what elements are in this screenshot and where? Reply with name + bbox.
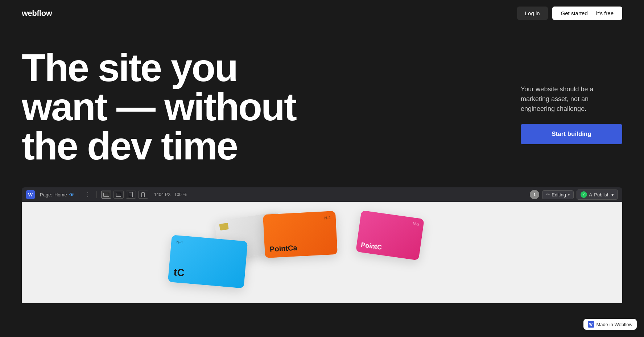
- page-label: Page:: [40, 192, 52, 197]
- toolbar-divider-1: [79, 191, 79, 198]
- navbar: webflow Log in Get started — it's free: [0, 0, 644, 26]
- toolbar-right-group: 1 ✏ Editing ▾ ✓ A Publish ▾: [530, 190, 618, 200]
- made-in-webflow-logo-icon: W: [588, 321, 594, 328]
- page-name: Home: [54, 192, 67, 197]
- toolbar-page-info: Page: Home 👁: [40, 192, 74, 197]
- toolbar-more-icon[interactable]: ⋮: [85, 191, 91, 198]
- headline-line2: want — without: [22, 85, 296, 129]
- canvas-dimensions: 1404 PX 100 %: [154, 192, 187, 197]
- orange-card-badge: N-2: [268, 216, 331, 223]
- publish-label: Publish: [594, 192, 610, 197]
- publish-a-icon: A: [589, 192, 592, 197]
- start-building-button[interactable]: Start building: [521, 124, 622, 144]
- editor-toolbar: W Page: Home 👁 ⋮ 1404 P: [22, 187, 622, 202]
- desktop-icon: [103, 193, 109, 197]
- hero-headline-block: The site you want — without the dev time: [22, 48, 499, 166]
- publish-button[interactable]: ✓ A Publish ▾: [577, 190, 618, 200]
- pink-card-brand: PointC: [360, 241, 416, 256]
- orange-card: N-2 PointCa: [263, 211, 338, 258]
- pink-card: N-3 PointC: [356, 210, 424, 260]
- desktop-view-button[interactable]: [101, 191, 111, 199]
- editing-chevron-icon: ▾: [568, 193, 570, 197]
- nav-actions: Log in Get started — it's free: [517, 7, 622, 20]
- orange-card-brand: PointCa: [269, 242, 332, 253]
- hero-section: The site you want — without the dev time…: [0, 26, 644, 180]
- login-button[interactable]: Log in: [517, 7, 548, 20]
- mobile-view-button[interactable]: [138, 191, 148, 199]
- toolbar-divider-2: [96, 191, 97, 198]
- blue-card-badge: N-4: [176, 240, 242, 250]
- toolbar-webflow-logo: W: [26, 190, 35, 199]
- tablet-landscape-icon: [116, 193, 121, 197]
- canvas-area: debit VISA N-2 PointCa N-3 PointC: [22, 202, 622, 303]
- view-mode-buttons: [101, 191, 148, 199]
- pink-card-badge: N-3: [365, 215, 420, 226]
- hero-headline: The site you want — without the dev time: [22, 48, 499, 166]
- editing-label: Editing: [552, 192, 566, 197]
- headline-line1: The site you: [22, 46, 237, 90]
- brand-logo: webflow: [22, 9, 52, 18]
- tablet-landscape-view-button[interactable]: [113, 191, 124, 199]
- editing-button[interactable]: ✏ Editing ▾: [542, 190, 574, 199]
- user-avatar: 1: [530, 190, 539, 199]
- headline-line3: the dev time: [22, 124, 237, 168]
- cards-container: debit VISA N-2 PointCa N-3 PointC: [22, 202, 622, 303]
- publish-chevron-icon: ▾: [611, 192, 614, 197]
- made-in-webflow-label: Made in Webflow: [596, 322, 632, 327]
- tablet-view-button[interactable]: [126, 191, 136, 199]
- hero-subtext: Your website should be a marketing asset…: [521, 84, 622, 114]
- publish-check-icon: ✓: [581, 191, 587, 198]
- pencil-icon: ✏: [546, 192, 550, 197]
- blue-card: N-4 tC: [168, 235, 248, 288]
- hero-cta-block: Your website should be a marketing asset…: [521, 48, 622, 144]
- blue-card-brand: tC: [173, 266, 240, 284]
- editor-preview: W Page: Home 👁 ⋮ 1404 P: [22, 187, 622, 303]
- tablet-icon: [129, 192, 133, 197]
- get-started-button[interactable]: Get started — it's free: [552, 7, 622, 20]
- made-in-webflow-badge[interactable]: W Made in Webflow: [583, 319, 637, 330]
- preview-eye-icon[interactable]: 👁: [69, 192, 74, 197]
- mobile-icon: [141, 192, 145, 197]
- card-chip: [219, 223, 228, 230]
